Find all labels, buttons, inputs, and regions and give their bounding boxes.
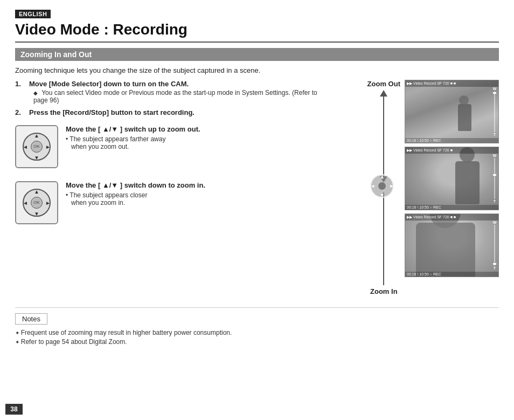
cam-hud-2: ▶▶ Video Record SF 720 ■ xyxy=(405,147,498,154)
cam-hud-3: ▶▶ Video Record SF 720 ■ ■ xyxy=(405,214,498,221)
zoom-in-bullet2: when you zoom in. xyxy=(66,199,332,206)
page-number: 38 xyxy=(5,404,23,415)
language-badge: ENGLISH xyxy=(15,10,51,18)
zoom-out-bullet1: The subject appears farther away xyxy=(66,135,332,143)
dial-zoom-out: ▲ ▼ ◄ ► OK xyxy=(15,125,58,168)
step-1: 1. Move [Mode Selector] down to turn on … xyxy=(15,80,332,104)
zoom-in-item: ▲ ▼ ◄ ► OK Move the [ ▲/▼ ] switch down … xyxy=(15,181,332,224)
camera-screen-1: ▶▶ Video Record SF 720 ■ ■ 00:16 \ 10:50… xyxy=(405,80,499,143)
zoom-out-label: Zoom Out xyxy=(367,80,400,88)
zoom-arrow-area: Zoom Out ▲ ▼ ◄ ► xyxy=(367,80,400,295)
camera-screens: ▶▶ Video Record SF 720 ■ ■ 00:16 \ 10:50… xyxy=(405,80,499,277)
zoom-out-bullet2: when you zoom out. xyxy=(66,143,332,150)
zoom-in-title: Move the [ ▲/▼ ] switch down to zoom in. xyxy=(66,181,332,189)
section-header: Zooming In and Out xyxy=(15,48,499,61)
dial-zoom-in: ▲ ▼ ◄ ► OK xyxy=(15,181,58,224)
zoom-out-title: Move the [ ▲/▼ ] switch up to zoom out. xyxy=(66,125,332,133)
notes-item-2: Refer to page 54 about Digital Zoom. xyxy=(15,338,499,346)
step-2-number: 2. xyxy=(15,108,25,116)
notes-label: Notes xyxy=(15,313,47,325)
cam-bottom-2: 00:16 \ 10:50 ○ REC xyxy=(405,205,498,210)
step-1-number: 1. xyxy=(15,80,25,88)
camera-screen-2: ▶▶ Video Record SF 720 ■ 00:16 \ 10:50 ○… xyxy=(405,147,499,210)
step-2: 2. Press the [Record/Stop] button to sta… xyxy=(15,108,332,118)
step-2-title: Press the [Record/Stop] button to start … xyxy=(29,108,195,116)
camera-screen-3: ▶▶ Video Record SF 720 ■ ■ 00:16 \ 10:50… xyxy=(405,214,499,277)
zoom-in-label: Zoom In xyxy=(370,287,398,295)
notes-item-1: Frequent use of zooming may result in hi… xyxy=(15,329,499,336)
page-title: Video Mode : Recording xyxy=(15,20,499,43)
cam-hud-1: ▶▶ Video Record SF 720 ■ ■ xyxy=(405,80,498,87)
cam-bottom-1: 00:16 \ 10:50 ○ REC xyxy=(405,138,498,143)
step-1-title: Move [Mode Selector] down to turn on the… xyxy=(29,80,332,88)
intro-text: Zooming technique lets you change the si… xyxy=(15,66,499,74)
zoom-out-item: ▲ ▼ ◄ ► OK Move the [ ▲/▼ ] switch up to… xyxy=(15,125,332,168)
zoom-in-bullet1: The subject appears closer xyxy=(66,191,332,199)
cam-bottom-3: 00:16 \ 10:50 ○ REC xyxy=(405,272,498,277)
notes-section: Notes Frequent use of zooming may result… xyxy=(15,307,499,346)
zoom-controls: ▲ ▼ ◄ ► OK Move the [ ▲/▼ ] switch up to… xyxy=(15,125,332,224)
step-1-sub: You can select Video mode or Previous mo… xyxy=(29,89,332,104)
